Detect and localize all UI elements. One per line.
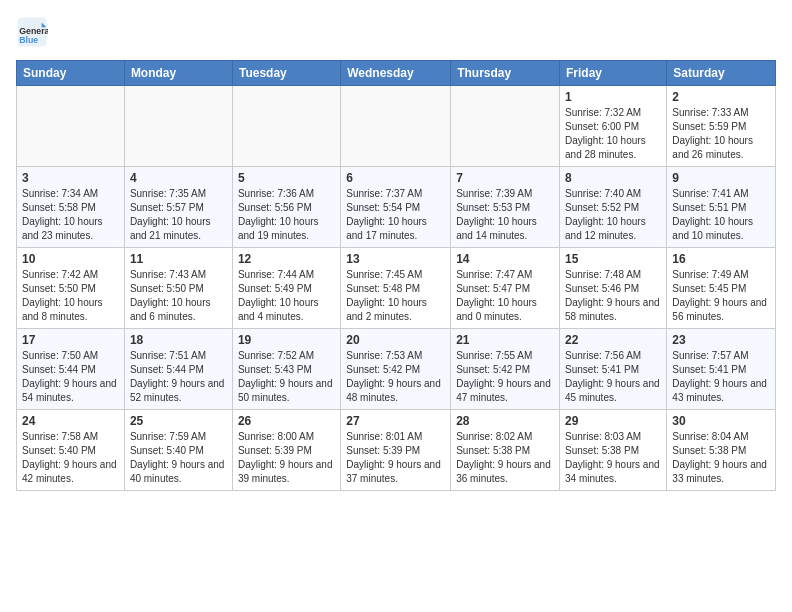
calendar-cell: 3Sunrise: 7:34 AM Sunset: 5:58 PM Daylig… — [17, 167, 125, 248]
column-header-friday: Friday — [560, 61, 667, 86]
day-number: 2 — [672, 90, 770, 104]
calendar-cell: 19Sunrise: 7:52 AM Sunset: 5:43 PM Dayli… — [232, 329, 340, 410]
day-number: 3 — [22, 171, 119, 185]
day-info: Sunrise: 7:47 AM Sunset: 5:47 PM Dayligh… — [456, 268, 554, 324]
calendar-cell: 20Sunrise: 7:53 AM Sunset: 5:42 PM Dayli… — [341, 329, 451, 410]
day-info: Sunrise: 7:50 AM Sunset: 5:44 PM Dayligh… — [22, 349, 119, 405]
day-info: Sunrise: 8:00 AM Sunset: 5:39 PM Dayligh… — [238, 430, 335, 486]
calendar-cell: 23Sunrise: 7:57 AM Sunset: 5:41 PM Dayli… — [667, 329, 776, 410]
calendar-cell — [124, 86, 232, 167]
day-info: Sunrise: 7:33 AM Sunset: 5:59 PM Dayligh… — [672, 106, 770, 162]
logo: General Blue — [16, 16, 52, 48]
day-info: Sunrise: 7:34 AM Sunset: 5:58 PM Dayligh… — [22, 187, 119, 243]
calendar: SundayMondayTuesdayWednesdayThursdayFrid… — [16, 60, 776, 491]
day-number: 22 — [565, 333, 661, 347]
calendar-cell — [17, 86, 125, 167]
day-number: 8 — [565, 171, 661, 185]
calendar-cell: 9Sunrise: 7:41 AM Sunset: 5:51 PM Daylig… — [667, 167, 776, 248]
day-info: Sunrise: 7:43 AM Sunset: 5:50 PM Dayligh… — [130, 268, 227, 324]
day-number: 6 — [346, 171, 445, 185]
day-number: 21 — [456, 333, 554, 347]
day-info: Sunrise: 7:42 AM Sunset: 5:50 PM Dayligh… — [22, 268, 119, 324]
day-number: 9 — [672, 171, 770, 185]
day-info: Sunrise: 7:45 AM Sunset: 5:48 PM Dayligh… — [346, 268, 445, 324]
day-number: 1 — [565, 90, 661, 104]
column-header-sunday: Sunday — [17, 61, 125, 86]
calendar-cell: 14Sunrise: 7:47 AM Sunset: 5:47 PM Dayli… — [451, 248, 560, 329]
calendar-cell: 18Sunrise: 7:51 AM Sunset: 5:44 PM Dayli… — [124, 329, 232, 410]
calendar-cell — [341, 86, 451, 167]
day-number: 20 — [346, 333, 445, 347]
day-info: Sunrise: 7:37 AM Sunset: 5:54 PM Dayligh… — [346, 187, 445, 243]
day-info: Sunrise: 7:32 AM Sunset: 6:00 PM Dayligh… — [565, 106, 661, 162]
day-info: Sunrise: 8:01 AM Sunset: 5:39 PM Dayligh… — [346, 430, 445, 486]
calendar-cell: 17Sunrise: 7:50 AM Sunset: 5:44 PM Dayli… — [17, 329, 125, 410]
day-info: Sunrise: 7:49 AM Sunset: 5:45 PM Dayligh… — [672, 268, 770, 324]
day-number: 23 — [672, 333, 770, 347]
day-number: 15 — [565, 252, 661, 266]
week-row-2: 3Sunrise: 7:34 AM Sunset: 5:58 PM Daylig… — [17, 167, 776, 248]
calendar-cell: 12Sunrise: 7:44 AM Sunset: 5:49 PM Dayli… — [232, 248, 340, 329]
day-number: 4 — [130, 171, 227, 185]
calendar-cell: 25Sunrise: 7:59 AM Sunset: 5:40 PM Dayli… — [124, 410, 232, 491]
week-row-3: 10Sunrise: 7:42 AM Sunset: 5:50 PM Dayli… — [17, 248, 776, 329]
column-header-tuesday: Tuesday — [232, 61, 340, 86]
calendar-cell: 28Sunrise: 8:02 AM Sunset: 5:38 PM Dayli… — [451, 410, 560, 491]
day-number: 12 — [238, 252, 335, 266]
day-info: Sunrise: 7:59 AM Sunset: 5:40 PM Dayligh… — [130, 430, 227, 486]
calendar-cell: 10Sunrise: 7:42 AM Sunset: 5:50 PM Dayli… — [17, 248, 125, 329]
calendar-cell: 26Sunrise: 8:00 AM Sunset: 5:39 PM Dayli… — [232, 410, 340, 491]
day-info: Sunrise: 8:03 AM Sunset: 5:38 PM Dayligh… — [565, 430, 661, 486]
calendar-cell: 7Sunrise: 7:39 AM Sunset: 5:53 PM Daylig… — [451, 167, 560, 248]
day-number: 27 — [346, 414, 445, 428]
calendar-cell: 4Sunrise: 7:35 AM Sunset: 5:57 PM Daylig… — [124, 167, 232, 248]
week-row-5: 24Sunrise: 7:58 AM Sunset: 5:40 PM Dayli… — [17, 410, 776, 491]
calendar-cell — [232, 86, 340, 167]
day-number: 29 — [565, 414, 661, 428]
day-info: Sunrise: 7:51 AM Sunset: 5:44 PM Dayligh… — [130, 349, 227, 405]
column-header-wednesday: Wednesday — [341, 61, 451, 86]
calendar-cell: 30Sunrise: 8:04 AM Sunset: 5:38 PM Dayli… — [667, 410, 776, 491]
calendar-cell: 1Sunrise: 7:32 AM Sunset: 6:00 PM Daylig… — [560, 86, 667, 167]
day-info: Sunrise: 7:40 AM Sunset: 5:52 PM Dayligh… — [565, 187, 661, 243]
calendar-cell: 22Sunrise: 7:56 AM Sunset: 5:41 PM Dayli… — [560, 329, 667, 410]
day-number: 16 — [672, 252, 770, 266]
day-number: 17 — [22, 333, 119, 347]
day-info: Sunrise: 7:39 AM Sunset: 5:53 PM Dayligh… — [456, 187, 554, 243]
day-info: Sunrise: 7:52 AM Sunset: 5:43 PM Dayligh… — [238, 349, 335, 405]
calendar-cell: 29Sunrise: 8:03 AM Sunset: 5:38 PM Dayli… — [560, 410, 667, 491]
svg-text:Blue: Blue — [19, 35, 38, 45]
day-info: Sunrise: 7:53 AM Sunset: 5:42 PM Dayligh… — [346, 349, 445, 405]
logo-icon: General Blue — [16, 16, 48, 48]
day-number: 11 — [130, 252, 227, 266]
day-info: Sunrise: 7:36 AM Sunset: 5:56 PM Dayligh… — [238, 187, 335, 243]
calendar-cell: 16Sunrise: 7:49 AM Sunset: 5:45 PM Dayli… — [667, 248, 776, 329]
day-number: 5 — [238, 171, 335, 185]
day-number: 30 — [672, 414, 770, 428]
day-info: Sunrise: 7:57 AM Sunset: 5:41 PM Dayligh… — [672, 349, 770, 405]
week-row-4: 17Sunrise: 7:50 AM Sunset: 5:44 PM Dayli… — [17, 329, 776, 410]
week-row-1: 1Sunrise: 7:32 AM Sunset: 6:00 PM Daylig… — [17, 86, 776, 167]
day-number: 10 — [22, 252, 119, 266]
calendar-cell: 11Sunrise: 7:43 AM Sunset: 5:50 PM Dayli… — [124, 248, 232, 329]
calendar-cell: 8Sunrise: 7:40 AM Sunset: 5:52 PM Daylig… — [560, 167, 667, 248]
day-info: Sunrise: 7:44 AM Sunset: 5:49 PM Dayligh… — [238, 268, 335, 324]
day-number: 18 — [130, 333, 227, 347]
column-header-thursday: Thursday — [451, 61, 560, 86]
calendar-cell: 2Sunrise: 7:33 AM Sunset: 5:59 PM Daylig… — [667, 86, 776, 167]
day-number: 7 — [456, 171, 554, 185]
day-info: Sunrise: 7:55 AM Sunset: 5:42 PM Dayligh… — [456, 349, 554, 405]
column-header-saturday: Saturday — [667, 61, 776, 86]
day-number: 13 — [346, 252, 445, 266]
calendar-cell: 15Sunrise: 7:48 AM Sunset: 5:46 PM Dayli… — [560, 248, 667, 329]
calendar-cell: 13Sunrise: 7:45 AM Sunset: 5:48 PM Dayli… — [341, 248, 451, 329]
day-info: Sunrise: 7:35 AM Sunset: 5:57 PM Dayligh… — [130, 187, 227, 243]
calendar-cell: 5Sunrise: 7:36 AM Sunset: 5:56 PM Daylig… — [232, 167, 340, 248]
day-number: 24 — [22, 414, 119, 428]
calendar-cell: 6Sunrise: 7:37 AM Sunset: 5:54 PM Daylig… — [341, 167, 451, 248]
calendar-cell: 24Sunrise: 7:58 AM Sunset: 5:40 PM Dayli… — [17, 410, 125, 491]
day-info: Sunrise: 8:04 AM Sunset: 5:38 PM Dayligh… — [672, 430, 770, 486]
calendar-cell: 21Sunrise: 7:55 AM Sunset: 5:42 PM Dayli… — [451, 329, 560, 410]
header: General Blue — [16, 16, 776, 48]
day-info: Sunrise: 7:58 AM Sunset: 5:40 PM Dayligh… — [22, 430, 119, 486]
